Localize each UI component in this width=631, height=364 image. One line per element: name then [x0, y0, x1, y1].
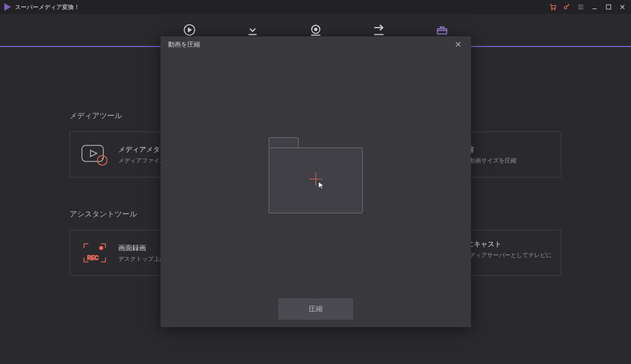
compress-button[interactable]: 圧縮	[278, 298, 353, 320]
modal-footer: 圧縮	[161, 298, 471, 327]
modal-header: 動画を圧縮	[161, 36, 471, 52]
modal-body	[161, 52, 471, 298]
add-file-dropzone[interactable]	[269, 137, 363, 213]
modal-backdrop: 動画を圧縮 圧縮	[0, 0, 631, 364]
compress-modal: 動画を圧縮 圧縮	[161, 36, 471, 327]
modal-close-button[interactable]	[453, 39, 463, 50]
cursor-icon	[317, 181, 326, 192]
folder-tab-shape	[269, 137, 299, 148]
folder-body-shape	[269, 148, 363, 213]
modal-title: 動画を圧縮	[168, 40, 200, 49]
